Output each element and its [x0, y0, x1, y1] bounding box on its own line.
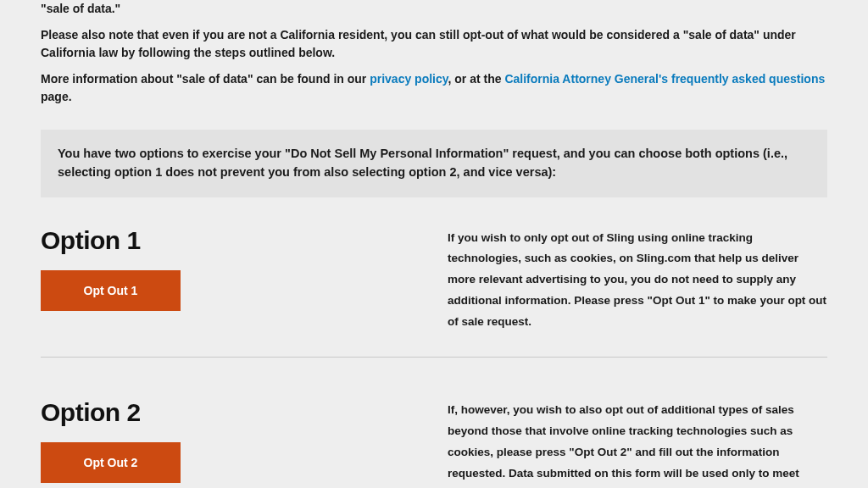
option-2-title: Option 2 [41, 398, 397, 427]
opt-out-2-button[interactable]: Opt Out 2 [41, 442, 181, 483]
intro-text: "sale of data." Please also note that ev… [41, 0, 827, 106]
intro-fragment: "sale of data." [41, 0, 827, 18]
option-divider [41, 357, 827, 358]
intro-para-3a: More information about "sale of data" ca… [41, 72, 370, 86]
option-1-row: Option 1 Opt Out 1 If you wish to only o… [41, 226, 827, 358]
option-1-description: If you wish to only opt out of Sling usi… [448, 226, 827, 334]
option-1-title: Option 1 [41, 226, 397, 255]
option-2-row: Option 2 Opt Out 2 If, however, you wish… [41, 398, 827, 488]
intro-para-2: Please also note that even if you are no… [41, 26, 827, 62]
intro-para-3: More information about "sale of data" ca… [41, 70, 827, 106]
california-ag-faq-link[interactable]: California Attorney General's frequently… [504, 72, 825, 86]
opt-out-1-button[interactable]: Opt Out 1 [41, 270, 181, 311]
option-2-description: If, however, you wish to also opt out of… [448, 398, 827, 488]
intro-para-3b: , or at the [448, 72, 505, 86]
options-notice: You have two options to exercise your "D… [41, 130, 827, 197]
intro-para-3c: page. [41, 90, 72, 103]
privacy-policy-link[interactable]: privacy policy [370, 72, 448, 86]
option-1-left: Option 1 Opt Out 1 [41, 226, 397, 311]
option-2-left: Option 2 Opt Out 2 [41, 398, 397, 483]
